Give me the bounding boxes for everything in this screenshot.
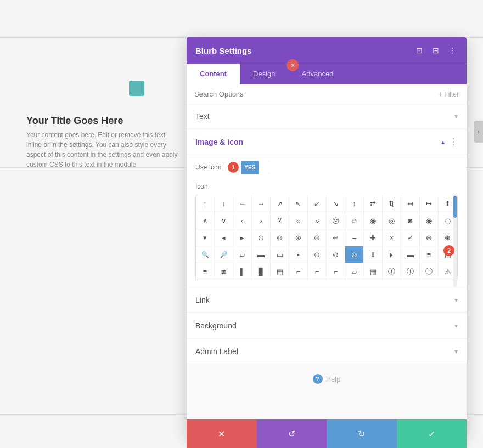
image-icon-header[interactable]: Image & Icon ▴ ⋮ [187,130,467,154]
icon-dash[interactable]: – [345,229,364,246]
icon-circle-in2[interactable]: ⊚ [271,229,289,246]
icon-tri-down[interactable]: ▾ [196,229,215,246]
image-icon-controls: ▴ ⋮ [441,137,458,147]
undo-button[interactable]: ↺ [257,419,327,448]
redo-button[interactable]: ↻ [327,419,397,448]
icon-grid-scrollthumb[interactable] [453,196,457,218]
undo-icon: ↺ [288,429,295,439]
yes-label: YES [241,161,259,174]
more-icon[interactable]: ⋮ [447,45,458,56]
icon-check-box[interactable]: ▪ [289,246,308,263]
icon-info2[interactable]: ⓘ [401,263,420,280]
icon-circle-dot[interactable]: ◎ [383,212,401,229]
tab-design[interactable]: Design [240,64,288,84]
icon-plus[interactable]: ✚ [364,229,383,246]
columns-icon[interactable]: ⊟ [430,45,441,56]
right-edge-arrow[interactable]: › [474,121,483,143]
icon-circle-half[interactable]: ◍ [457,212,458,229]
icon-corner1[interactable]: ⌐ [289,263,308,280]
icon-times-circle[interactable]: ⊗ [457,229,458,246]
icon-bar-chart2[interactable]: ▊ [252,263,271,280]
icon-times[interactable]: × [383,229,401,246]
icon-zoom-in[interactable]: 🔎 [215,246,233,263]
icon-square[interactable]: ▱ [233,246,252,263]
icon-bars[interactable]: ▬ [401,246,420,263]
cancel-button[interactable]: ✕ [187,419,257,448]
icon-radio[interactable]: ◉ [420,212,439,229]
icon-bullseye[interactable]: ◉ [364,212,383,229]
icon-dot-circle[interactable]: ⊚ [327,246,345,263]
help-label[interactable]: Help [326,375,341,383]
responsive-icon[interactable]: ⊡ [414,45,425,56]
icon-caret-down[interactable]: ∨ [215,212,233,229]
icon-minus-circle[interactable]: ⊖ [420,229,439,246]
icon-rect3[interactable]: ▱ [345,263,364,280]
icon-selected[interactable]: ⊚ [345,246,364,263]
search-input[interactable] [194,90,439,98]
icon-sad[interactable]: ☹ [327,212,345,229]
icon-row-2: ∧ ∨ ‹ › ⊻ « » ☹ ☺ ◉ ◎ ◙ ◉ ◌ ◍ [196,212,457,229]
icon-corner3[interactable]: ⌐ [327,263,345,280]
icon-se[interactable]: ↘ [327,195,345,212]
icon-caret-left[interactable]: ‹ [233,212,252,229]
image-icon-more-icon[interactable]: ⋮ [449,137,458,147]
icon-left2[interactable]: ↤ [401,195,420,212]
icon-menu[interactable]: ≡ [420,246,439,263]
link-section-header[interactable]: Link ▾ [187,288,467,313]
icon-right[interactable]: → [252,195,271,212]
icon-double-left[interactable]: « [289,212,308,229]
icon-right2[interactable]: ↦ [420,195,439,212]
icon-updown[interactable]: ↕ [345,195,364,212]
icon-ud2[interactable]: ⇅ [383,195,401,212]
panel-title: Blurb Settings [195,46,252,55]
text-section-header[interactable]: Text ▾ [187,104,467,129]
icon-happy[interactable]: ☺ [345,212,364,229]
icon-pattern[interactable]: ▦ [364,263,383,280]
icon-caret-right[interactable]: › [252,212,271,229]
icon-up[interactable]: ↑ [196,195,215,212]
icon-info1[interactable]: ⓘ [383,263,401,280]
icon-undo[interactable]: ↩ [327,229,345,246]
icon-question[interactable]: ❓ [457,263,458,280]
icon-caret-up[interactable]: ∧ [196,212,215,229]
use-icon-toggle[interactable]: YES [241,161,269,174]
filter-button[interactable]: + Filter [439,90,459,98]
icon-bar-chart[interactable]: ▌ [233,263,252,280]
icon-ne[interactable]: ↗ [271,195,289,212]
icon-left[interactable]: ← [233,195,252,212]
icon-nw[interactable]: ↖ [289,195,308,212]
icon-check[interactable]: ✓ [401,229,420,246]
icon-emoji[interactable]: ☻ [457,246,458,263]
icon-double-right[interactable]: » [308,212,327,229]
icon-corner2[interactable]: ⌐ [308,263,327,280]
icon-down[interactable]: ↓ [215,195,233,212]
icon-lr[interactable]: ⇄ [364,195,383,212]
link-chevron-icon: ▾ [454,296,458,304]
background-section-header[interactable]: Background ▾ [187,314,467,338]
icon-pause[interactable]: ⏸ [364,246,383,263]
icon-tri-left[interactable]: ◂ [215,229,233,246]
icon-xor[interactable]: ⊻ [271,212,289,229]
icon-lines2[interactable]: ≢ [215,263,233,280]
admin-label-section-header[interactable]: Admin Label ▾ [187,339,467,364]
tab-content[interactable]: Content [187,64,240,84]
icon-grid-icon[interactable]: ▤ [271,263,289,280]
icon-down2[interactable]: ↧ [457,195,458,212]
icon-circle-in3[interactable]: ⊛ [289,229,308,246]
icon-zoom-out[interactable]: 🔍 [196,246,215,263]
panel-content: Text ▾ Image & Icon ▴ ⋮ Use Icon 1 [187,104,467,438]
icon-circle-btn[interactable]: ⊙ [308,246,327,263]
panel-close-button[interactable]: ✕ [287,59,299,71]
icon-play[interactable]: ⏵ [383,246,401,263]
icon-rect[interactable]: ▬ [252,246,271,263]
icon-info3[interactable]: ⓘ [420,263,439,280]
icon-lines[interactable]: ≡ [196,263,215,280]
icon-circle-in4[interactable]: ⊜ [308,229,327,246]
icon-sw[interactable]: ↙ [308,195,327,212]
icon-section-label: Icon [187,180,467,195]
icon-tri-right[interactable]: ▸ [233,229,252,246]
icon-circle-in[interactable]: ⊙ [252,229,271,246]
icon-circle-dark[interactable]: ◙ [401,212,420,229]
save-button[interactable]: ✓ [397,419,467,448]
icon-rect2[interactable]: ▭ [271,246,289,263]
